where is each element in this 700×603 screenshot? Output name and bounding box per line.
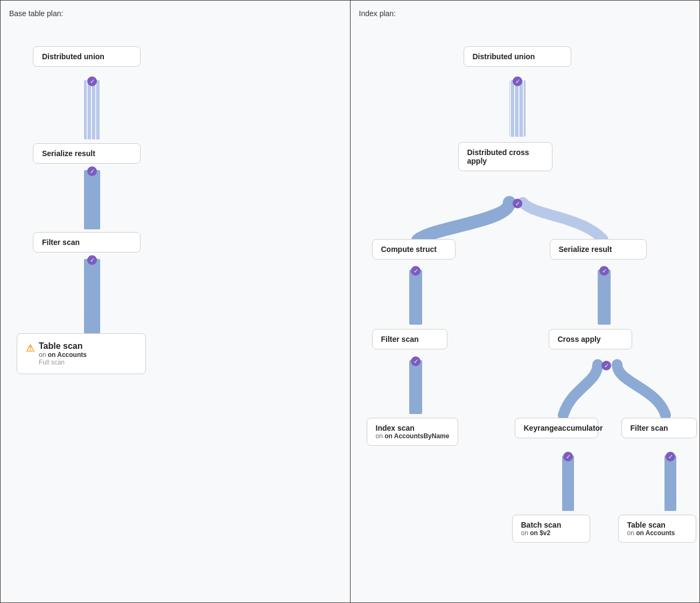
right-serialize-result-label: Serialize result bbox=[559, 245, 612, 254]
svg-text:✓: ✓ bbox=[413, 358, 418, 364]
svg-text:✓: ✓ bbox=[413, 268, 418, 274]
left-serialize-result-label: Serialize result bbox=[42, 149, 95, 158]
svg-text:✓: ✓ bbox=[90, 257, 95, 263]
left-filter-scan-label: Filter scan bbox=[42, 238, 80, 247]
right-table-scan-label: Table scan bbox=[627, 521, 666, 529]
right-panel: Index plan: ✓ bbox=[351, 1, 700, 602]
right-cross-apply-node[interactable]: Cross apply bbox=[549, 329, 632, 349]
svg-rect-19 bbox=[509, 80, 526, 137]
right-distributed-union-label: Distributed union bbox=[473, 52, 535, 61]
right-distributed-cross-apply-label: Distributed cross apply bbox=[467, 148, 529, 165]
svg-text:✓: ✓ bbox=[601, 268, 606, 274]
svg-text:✓: ✓ bbox=[604, 362, 608, 369]
right-serialize-result-node[interactable]: Serialize result bbox=[550, 239, 647, 260]
right-batch-scan-node[interactable]: Batch scan on on $v2 bbox=[512, 515, 590, 543]
svg-text:✓: ✓ bbox=[90, 168, 95, 174]
right-compute-struct-node[interactable]: Compute struct bbox=[372, 239, 456, 260]
svg-point-33 bbox=[601, 361, 611, 370]
svg-point-10 bbox=[87, 166, 97, 176]
left-filter-scan-node[interactable]: Filter scan bbox=[33, 232, 141, 253]
right-filter-scan-right-label: Filter scan bbox=[631, 424, 668, 432]
svg-rect-38 bbox=[664, 455, 676, 511]
right-keyrange-label: Keyrangeaccumulator bbox=[524, 424, 603, 432]
right-distributed-union-node[interactable]: Distributed union bbox=[464, 46, 571, 67]
svg-point-25 bbox=[411, 266, 421, 276]
left-table-scan-sub1: on on Accounts bbox=[39, 351, 87, 359]
right-cross-apply-label: Cross apply bbox=[558, 335, 601, 343]
svg-rect-35 bbox=[562, 455, 574, 511]
svg-rect-9 bbox=[84, 170, 100, 229]
svg-point-31 bbox=[411, 356, 421, 366]
main-container: Base table plan: bbox=[0, 0, 700, 603]
left-serialize-result-node[interactable]: Serialize result bbox=[33, 143, 141, 164]
svg-point-20 bbox=[513, 76, 522, 86]
right-panel-title: Index plan: bbox=[359, 9, 691, 18]
svg-rect-12 bbox=[84, 259, 100, 333]
svg-rect-24 bbox=[409, 270, 422, 325]
right-table-scan-node[interactable]: Table scan on on Accounts bbox=[618, 515, 696, 543]
right-index-scan-label: Index scan bbox=[376, 424, 415, 432]
svg-text:✓: ✓ bbox=[515, 78, 520, 85]
right-filter-scan-right-node[interactable]: Filter scan bbox=[621, 418, 697, 438]
svg-text:✓: ✓ bbox=[565, 453, 570, 460]
right-filter-scan-left-node[interactable]: Filter scan bbox=[372, 329, 447, 349]
right-batch-scan-label: Batch scan bbox=[521, 521, 562, 529]
right-filter-scan-left-label: Filter scan bbox=[381, 335, 419, 343]
right-batch-scan-sub: on on $v2 bbox=[521, 529, 581, 537]
left-distributed-union-label: Distributed union bbox=[42, 52, 104, 61]
svg-point-13 bbox=[87, 255, 97, 265]
svg-rect-6 bbox=[84, 80, 100, 139]
svg-point-7 bbox=[87, 76, 97, 86]
svg-point-22 bbox=[513, 199, 522, 208]
svg-rect-30 bbox=[409, 360, 422, 414]
right-compute-struct-label: Compute struct bbox=[381, 245, 437, 254]
warning-icon: ⚠ bbox=[26, 342, 34, 354]
svg-text:✓: ✓ bbox=[90, 78, 95, 85]
right-index-scan-sub: on on AccountsByName bbox=[376, 432, 450, 440]
right-table-scan-sub: on on Accounts bbox=[627, 529, 687, 537]
right-distributed-cross-apply-node[interactable]: Distributed cross apply bbox=[458, 142, 552, 171]
left-table-scan-warning: ⚠ Table scan on on Accounts Full scan bbox=[26, 341, 137, 366]
svg-point-39 bbox=[666, 452, 675, 461]
right-panel-svg: ✓ ✓ ✓ ✓ ✓ bbox=[351, 1, 700, 602]
svg-rect-27 bbox=[598, 270, 611, 325]
left-panel: Base table plan: bbox=[1, 1, 351, 602]
right-index-scan-node[interactable]: Index scan on on AccountsByName bbox=[367, 418, 459, 446]
svg-point-28 bbox=[599, 266, 609, 276]
left-panel-title: Base table plan: bbox=[9, 9, 341, 18]
right-keyrange-node[interactable]: Keyrangeaccumulator bbox=[515, 418, 598, 438]
svg-text:✓: ✓ bbox=[668, 453, 673, 460]
svg-text:✓: ✓ bbox=[515, 200, 520, 207]
svg-point-36 bbox=[563, 452, 573, 461]
left-panel-svg: ✓ ✓ ✓ bbox=[1, 1, 350, 602]
left-table-scan-label: Table scan bbox=[39, 341, 87, 351]
left-table-scan-sub2: Full scan bbox=[39, 359, 87, 366]
left-table-scan-node[interactable]: ⚠ Table scan on on Accounts Full scan bbox=[17, 333, 146, 374]
left-distributed-union-node[interactable]: Distributed union bbox=[33, 46, 141, 67]
